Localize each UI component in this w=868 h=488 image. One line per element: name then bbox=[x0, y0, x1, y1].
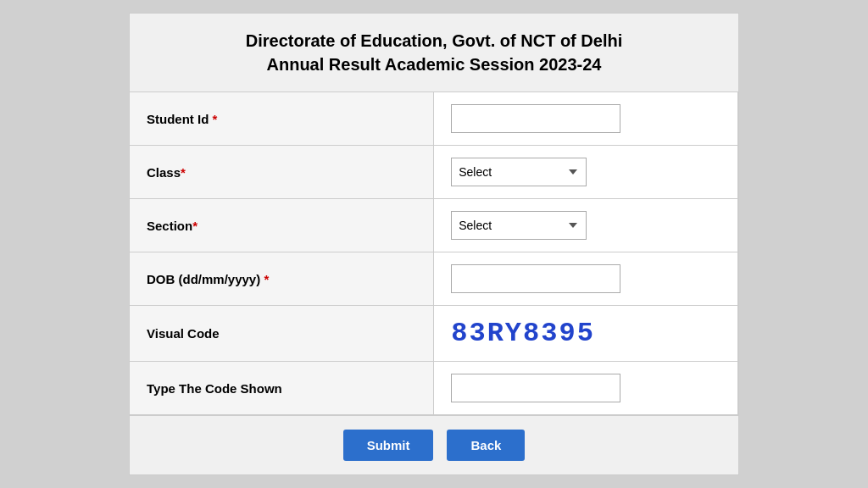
code-input-label: Type The Code Shown bbox=[130, 362, 434, 415]
class-select[interactable]: Select bbox=[451, 158, 587, 186]
visual-code-row: Visual Code 83RY8395 bbox=[130, 306, 738, 362]
class-row: Class* Select bbox=[130, 146, 738, 199]
required-marker: * bbox=[264, 272, 269, 286]
dob-label: DOB (dd/mm/yyyy) * bbox=[130, 252, 434, 306]
required-marker: * bbox=[181, 165, 186, 180]
visual-code-display: 83RY8395 bbox=[451, 318, 595, 349]
form-container: Directorate of Education, Govt. of NCT o… bbox=[129, 13, 739, 475]
form-header: Directorate of Education, Govt. of NCT o… bbox=[130, 14, 738, 92]
required-marker: * bbox=[213, 112, 218, 126]
submit-button[interactable]: Submit bbox=[343, 430, 434, 461]
student-id-label: Student Id * bbox=[130, 92, 434, 146]
required-marker: * bbox=[192, 219, 198, 233]
class-label: Class* bbox=[130, 146, 434, 199]
header-title: Directorate of Education, Govt. of NCT o… bbox=[147, 29, 721, 76]
dob-row: DOB (dd/mm/yyyy) * bbox=[130, 252, 738, 306]
section-row: Section* Select bbox=[130, 199, 738, 252]
section-cell: Select bbox=[434, 199, 738, 252]
form-table: Student Id * Class* Select bbox=[130, 92, 738, 415]
dob-cell bbox=[434, 252, 738, 306]
class-cell: Select bbox=[434, 146, 738, 199]
code-input[interactable] bbox=[451, 374, 620, 402]
student-id-input[interactable] bbox=[451, 104, 620, 133]
code-input-row: Type The Code Shown bbox=[130, 362, 738, 415]
dob-input[interactable] bbox=[451, 264, 620, 293]
student-id-cell bbox=[434, 92, 738, 146]
visual-code-cell: 83RY8395 bbox=[434, 306, 738, 362]
code-input-cell bbox=[434, 362, 738, 415]
form-footer: Submit Back bbox=[130, 415, 738, 474]
visual-code-label: Visual Code bbox=[130, 306, 434, 362]
section-select[interactable]: Select bbox=[451, 211, 587, 240]
student-id-row: Student Id * bbox=[130, 92, 738, 146]
back-button[interactable]: Back bbox=[447, 430, 525, 461]
section-label: Section* bbox=[130, 199, 434, 252]
